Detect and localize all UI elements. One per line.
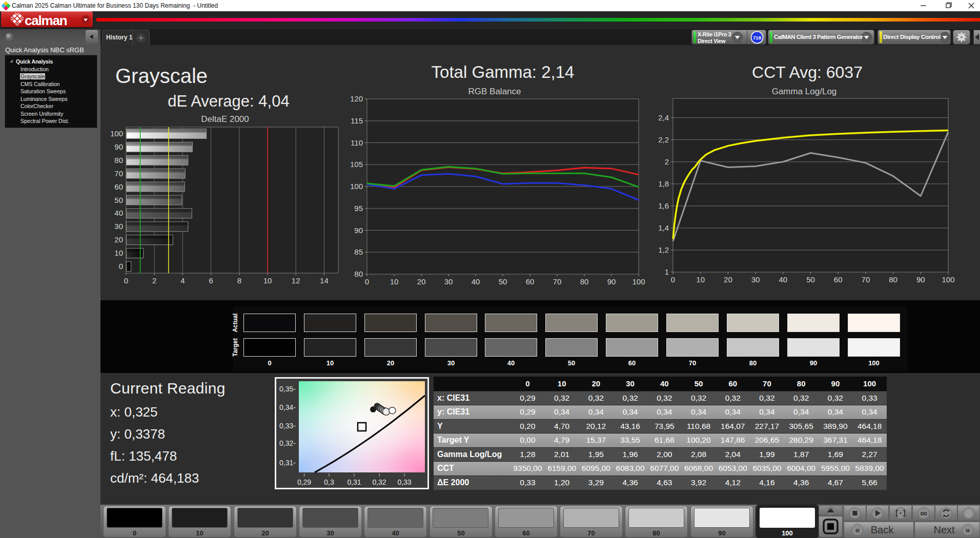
svg-text:0,32: 0,32: [372, 478, 386, 486]
svg-text:0,31: 0,31: [347, 478, 361, 486]
svg-text:60: 60: [834, 275, 843, 284]
svg-text:90: 90: [916, 275, 925, 284]
svg-text:90: 90: [607, 277, 616, 286]
svg-text:120: 120: [350, 94, 363, 103]
svg-text:0,3: 0,3: [324, 478, 334, 486]
svg-text:90: 90: [114, 142, 123, 151]
svg-text:1: 1: [665, 267, 669, 276]
svg-text:1,8: 1,8: [658, 179, 669, 188]
svg-text:50: 50: [499, 277, 507, 286]
svg-text:«: «: [855, 525, 860, 535]
svg-text:10: 10: [114, 249, 123, 257]
svg-text:90: 90: [354, 226, 363, 235]
svg-text:30: 30: [114, 222, 123, 231]
svg-text:8: 8: [237, 276, 241, 285]
svg-text:0,34-: 0,34-: [279, 403, 296, 411]
svg-text:1,2: 1,2: [658, 245, 669, 254]
svg-text:Back: Back: [871, 524, 894, 535]
svg-text:100: 100: [632, 277, 645, 286]
svg-text:Grayscale: Grayscale: [115, 65, 208, 87]
svg-text:2,2: 2,2: [658, 135, 669, 144]
svg-text:12: 12: [292, 276, 300, 285]
svg-text:0,35-: 0,35-: [279, 385, 296, 393]
svg-text:»: »: [965, 525, 970, 535]
svg-text:1,4: 1,4: [658, 223, 669, 232]
svg-text:100: 100: [110, 129, 123, 138]
svg-text:40: 40: [472, 277, 480, 286]
svg-text:20: 20: [417, 277, 426, 286]
svg-text:80: 80: [354, 270, 363, 278]
svg-text:0,33-: 0,33-: [279, 422, 296, 430]
svg-text:85: 85: [354, 247, 363, 256]
svg-text:95: 95: [354, 204, 363, 213]
svg-text:DeltaE 2000: DeltaE 2000: [201, 114, 249, 124]
svg-text:14: 14: [320, 276, 329, 285]
svg-text:RGB Balance: RGB Balance: [468, 87, 521, 96]
svg-text:20: 20: [114, 235, 123, 244]
svg-text:∞: ∞: [920, 508, 927, 519]
svg-text:20: 20: [724, 275, 732, 284]
svg-text:718: 718: [753, 35, 761, 40]
svg-text:0,32-: 0,32-: [279, 439, 296, 447]
svg-text:0: 0: [124, 276, 128, 285]
svg-text:Gamma Log/Log: Gamma Log/Log: [772, 87, 837, 96]
svg-text:60: 60: [526, 277, 535, 286]
svg-text:70: 70: [553, 277, 562, 286]
svg-text:1,6: 1,6: [658, 201, 669, 210]
svg-text:CCT Avg: 6037: CCT Avg: 6037: [752, 63, 863, 81]
svg-text:105: 105: [350, 160, 363, 169]
svg-text:10: 10: [696, 275, 705, 284]
svg-text:60: 60: [114, 182, 123, 191]
svg-text:115: 115: [351, 116, 363, 125]
svg-text:110: 110: [351, 138, 363, 147]
svg-text:100: 100: [350, 182, 363, 191]
svg-text:0: 0: [365, 277, 369, 286]
svg-text:80: 80: [114, 156, 123, 164]
svg-text:50: 50: [114, 196, 123, 204]
svg-text:0: 0: [671, 275, 675, 284]
svg-text:0,29: 0,29: [297, 478, 311, 486]
svg-text:70: 70: [114, 169, 123, 178]
svg-text:2,4: 2,4: [658, 113, 669, 122]
svg-text:2: 2: [152, 276, 156, 285]
svg-text:100: 100: [942, 275, 954, 284]
svg-text:0,33: 0,33: [397, 478, 411, 486]
svg-text:4: 4: [180, 276, 185, 285]
svg-text:30: 30: [444, 277, 453, 286]
svg-text:2: 2: [665, 157, 669, 166]
svg-text:0,31-: 0,31-: [279, 459, 296, 467]
svg-text:70: 70: [862, 275, 870, 284]
svg-text:80: 80: [889, 275, 897, 284]
svg-text:40: 40: [114, 209, 123, 217]
svg-text:Total Gamma: 2,14: Total Gamma: 2,14: [432, 63, 575, 81]
svg-text:6: 6: [209, 276, 213, 285]
svg-text:10: 10: [390, 277, 399, 286]
svg-text:40: 40: [779, 275, 787, 284]
svg-text:dE Average: 4,04: dE Average: 4,04: [168, 92, 289, 110]
svg-text:10: 10: [263, 276, 272, 285]
svg-text:80: 80: [580, 277, 589, 286]
svg-text:0: 0: [119, 262, 123, 271]
svg-text:Next: Next: [933, 524, 955, 535]
svg-text:50: 50: [806, 275, 815, 284]
svg-text:30: 30: [751, 275, 760, 284]
